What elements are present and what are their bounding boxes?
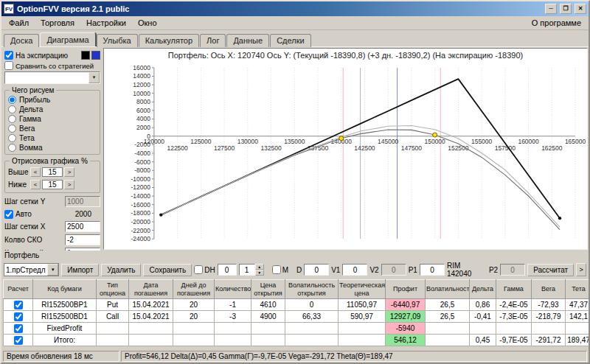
below-increment-icon[interactable]: > bbox=[64, 180, 74, 189]
x-axis-label: 160000 bbox=[518, 138, 539, 145]
profit-chart[interactable]: -24000-22000-20000-18000-16000-14000-120… bbox=[104, 60, 587, 249]
tab-Данные[interactable]: Данные bbox=[226, 34, 269, 47]
on-expiration-row: На экспирацию bbox=[4, 51, 100, 60]
dh-checkbox[interactable] bbox=[194, 265, 203, 274]
below-value[interactable]: 15 bbox=[42, 180, 63, 189]
sko-input[interactable] bbox=[65, 234, 100, 245]
title-bar[interactable]: FV OptionFVV версия 2.1 public ─ ❐ ✕ bbox=[1, 1, 589, 16]
table-cell: RI152500BD1 bbox=[33, 311, 97, 323]
x-axis-label: 130000 bbox=[237, 138, 259, 145]
breakeven-marker bbox=[339, 136, 344, 141]
table-cell bbox=[173, 323, 215, 335]
radio-Вомма[interactable]: Вомма bbox=[8, 143, 97, 153]
tab-Лог[interactable]: Лог bbox=[200, 34, 226, 47]
table-row[interactable]: Итого:546,120,45-9,7E-05-291,72189,47 bbox=[4, 335, 590, 346]
chevron-down-icon[interactable]: ▼ bbox=[88, 72, 100, 83]
table-row[interactable]: RI152500BP1Put15.04.202120-14610011050,9… bbox=[4, 299, 590, 311]
radio-Вега[interactable]: Вега bbox=[8, 124, 97, 133]
p1-input[interactable] bbox=[420, 264, 445, 276]
tab-Калькулятор[interactable]: Калькулятор bbox=[139, 34, 199, 47]
row-calc-checkbox[interactable] bbox=[14, 301, 23, 309]
close-button-icon[interactable]: ✕ bbox=[575, 4, 586, 14]
current-color-swatch[interactable] bbox=[91, 51, 100, 60]
minimize-button-icon[interactable]: ─ bbox=[545, 4, 557, 14]
grid-x-input[interactable] bbox=[65, 221, 100, 232]
app-icon: FV bbox=[4, 4, 14, 14]
menu-item[interactable]: Окно bbox=[132, 17, 163, 29]
auto-grid-value: 2000 bbox=[75, 210, 91, 218]
m-checkbox[interactable] bbox=[272, 265, 281, 274]
above-increment-icon[interactable]: > bbox=[64, 167, 74, 177]
tab-Доска[interactable]: Доска bbox=[4, 34, 39, 47]
compare-strategy-checkbox[interactable] bbox=[4, 61, 13, 70]
row-calc-checkbox[interactable] bbox=[14, 324, 23, 333]
strategy-combo[interactable]: 1.прСтредл ▼ bbox=[4, 263, 59, 276]
on-expiration-label: На экспирацию bbox=[15, 52, 68, 60]
dh-spin-input[interactable] bbox=[239, 264, 255, 276]
table-row[interactable]: RI152500BD1Call15.04.202120-3490066,3359… bbox=[4, 311, 590, 323]
above-value[interactable]: 15 bbox=[42, 167, 63, 177]
tab-Сделки[interactable]: Сделки bbox=[270, 34, 311, 47]
app-window: FV OptionFVV версия 2.1 public ─ ❐ ✕ Фай… bbox=[0, 0, 590, 364]
radio-Тета[interactable]: Тета bbox=[8, 133, 97, 143]
table-cell bbox=[285, 323, 339, 335]
table-row[interactable]: FixedProfit-5940 bbox=[4, 323, 590, 335]
menu-about[interactable]: О программе bbox=[526, 17, 587, 29]
calculate-button[interactable]: Рассчитат bbox=[527, 264, 574, 276]
breakeven-marker bbox=[433, 133, 437, 137]
y-axis-label: -6000 bbox=[134, 158, 150, 166]
table-cell bbox=[173, 335, 215, 346]
v2-input bbox=[381, 264, 406, 276]
menu-item[interactable]: Торговля bbox=[35, 17, 80, 29]
spin-down-icon[interactable]: ▼ bbox=[255, 270, 264, 276]
column-header: Гамма bbox=[496, 280, 532, 299]
line-color-swatches bbox=[81, 51, 100, 60]
scroll-right-icon[interactable]: > bbox=[576, 263, 586, 276]
x-axis-label: 157500 bbox=[495, 145, 516, 153]
table-cell bbox=[129, 335, 173, 346]
table-cell: 4610 bbox=[251, 299, 285, 311]
menu-item[interactable]: Настройки bbox=[80, 17, 132, 29]
menu-item[interactable]: Файл bbox=[3, 17, 35, 29]
column-header: Вега bbox=[532, 280, 566, 299]
below-decrement-icon[interactable]: < bbox=[30, 180, 41, 189]
expiration-color-swatch[interactable] bbox=[81, 51, 90, 60]
d-input[interactable] bbox=[304, 264, 329, 276]
radio-Гамма[interactable]: Гамма bbox=[8, 114, 97, 124]
main-area: На экспирацию Сравнить со стратегией ▼ Ч… bbox=[1, 46, 589, 251]
column-header: Цена открытия bbox=[251, 280, 285, 299]
table-cell bbox=[251, 323, 285, 335]
menu-bar: ФайлТорговляНастройкиОкноО программе bbox=[1, 16, 589, 30]
spin-up-icon[interactable]: ▲ bbox=[255, 264, 264, 270]
above-label: Выше bbox=[8, 168, 29, 176]
y-axis-label: -16000 bbox=[131, 201, 151, 209]
compare-strategy-combo[interactable]: ▼ bbox=[4, 71, 100, 84]
delete-button[interactable]: Удалить bbox=[101, 264, 141, 276]
auto-grid-checkbox[interactable] bbox=[4, 210, 13, 219]
import-button[interactable]: Импорт bbox=[61, 264, 99, 276]
above-decrement-icon[interactable]: < bbox=[30, 167, 41, 177]
maximize-button-icon[interactable]: ❐ bbox=[560, 4, 572, 14]
y-axis-label: -12000 bbox=[131, 184, 151, 192]
radio-Прибыль[interactable]: Прибыль bbox=[8, 95, 97, 105]
grid-y-label: Шаг сетки Y bbox=[4, 197, 45, 206]
table-cell: -72,93 bbox=[532, 299, 566, 311]
column-header: Количество bbox=[215, 280, 251, 299]
row-calc-checkbox[interactable] bbox=[14, 312, 23, 321]
row-calc-cell bbox=[4, 323, 33, 335]
on-expiration-checkbox[interactable] bbox=[4, 51, 13, 60]
x-axis-label: 155000 bbox=[471, 138, 493, 145]
x-axis-label: 165000 bbox=[565, 138, 586, 145]
v1-input[interactable] bbox=[342, 264, 367, 276]
table-cell bbox=[339, 335, 386, 346]
tab-Диаграмма[interactable]: Диаграмма bbox=[40, 32, 95, 46]
dh-input[interactable] bbox=[218, 264, 237, 276]
radio-Дельта[interactable]: Дельта bbox=[8, 105, 97, 114]
p2-input bbox=[500, 264, 525, 276]
row-calc-checkbox[interactable] bbox=[14, 336, 23, 345]
tab-Улыбка[interactable]: Улыбка bbox=[97, 34, 138, 47]
draw-options: ПрибыльДельтаГаммаВегаТетаВомма bbox=[8, 95, 97, 153]
save-button[interactable]: Сохранить bbox=[143, 264, 192, 276]
chevron-down-icon[interactable]: ▼ bbox=[47, 264, 58, 276]
y-axis-label: 12000 bbox=[133, 81, 150, 88]
